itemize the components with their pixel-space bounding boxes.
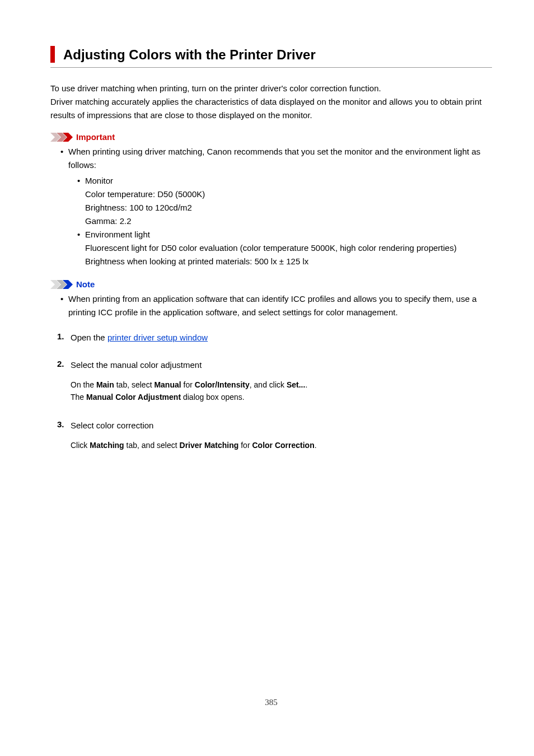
note-label: Note xyxy=(76,279,95,289)
step-2-text: The xyxy=(71,393,86,402)
step-2-bold-manual: Manual xyxy=(154,380,181,389)
bullet-icon: • xyxy=(77,174,80,188)
step-1: 1. Open the printer driver setup window xyxy=(50,332,492,343)
envlight-label: Environment light xyxy=(85,230,150,239)
note-header: Note xyxy=(50,279,492,289)
step-2: 2. Select the manual color adjustment On… xyxy=(50,359,492,404)
title-accent-bar xyxy=(50,46,55,63)
step-3-bold-matching: Matching xyxy=(90,441,124,450)
step-2-text: for xyxy=(181,380,195,389)
step-3-bold-color-correction: Color Correction xyxy=(252,441,314,450)
step-2-title: Select the manual color adjustment xyxy=(71,359,492,371)
monitor-line-3: Gamma: 2.2 xyxy=(85,214,492,228)
page-title-row: Adjusting Colors with the Printer Driver xyxy=(50,46,492,68)
step-2-text: On the xyxy=(71,380,96,389)
step-2-text: . xyxy=(305,380,307,389)
page-number: 385 xyxy=(50,698,492,707)
note-item-1-text: When printing from an application softwa… xyxy=(68,294,477,317)
step-1-title: Open the printer driver setup window xyxy=(71,332,492,343)
step-2-bold-color-intensity: Color/Intensity xyxy=(195,380,250,389)
step-2-body: On the Main tab, select Manual for Color… xyxy=(71,379,492,404)
step-2-text: dialog box opens. xyxy=(181,393,245,402)
monitor-line-2: Brightness: 100 to 120cd/m2 xyxy=(85,201,492,214)
step-1-prefix: Open the xyxy=(71,333,107,342)
important-arrows-icon xyxy=(50,133,73,142)
step-2-bold-set: Set... xyxy=(287,380,305,389)
step-3-title: Select color correction xyxy=(71,419,492,431)
document-page: Adjusting Colors with the Printer Driver… xyxy=(0,0,534,730)
step-2-number: 2. xyxy=(57,359,64,368)
important-label: Important xyxy=(76,132,115,142)
step-3-number: 3. xyxy=(57,419,64,429)
important-item-1-text: When printing using driver matching, Can… xyxy=(68,147,480,170)
step-2-bold-main: Main xyxy=(96,380,114,389)
note-item-1: When printing from an application softwa… xyxy=(50,292,492,319)
important-header: Important xyxy=(50,132,492,142)
step-2-text: tab, select xyxy=(114,380,154,389)
step-2-text: , and click xyxy=(250,380,287,389)
note-arrows-icon xyxy=(50,280,73,289)
monitor-item: • Monitor Color temperature: D50 (5000K)… xyxy=(68,174,492,228)
steps-list: 1. Open the printer driver setup window … xyxy=(50,332,492,451)
step-3-text: Click xyxy=(71,441,90,450)
important-list: When printing using driver matching, Can… xyxy=(50,145,492,268)
important-item-1: When printing using driver matching, Can… xyxy=(50,145,492,268)
step-1-number: 1. xyxy=(57,332,64,341)
note-list: When printing from an application softwa… xyxy=(50,292,492,319)
envlight-line-1: Fluorescent light for D50 color evaluati… xyxy=(85,241,492,255)
step-3-text: . xyxy=(315,441,317,450)
envlight-item: • Environment light Fluorescent light fo… xyxy=(68,228,492,268)
step-3: 3. Select color correction Click Matchin… xyxy=(50,419,492,451)
envlight-line-2: Brightness when looking at printed mater… xyxy=(85,255,492,268)
intro-paragraph-1: To use driver matching when printing, tu… xyxy=(50,82,492,95)
intro-paragraph-2: Driver matching accurately applies the c… xyxy=(50,95,492,122)
step-3-text: tab, and select xyxy=(124,441,180,450)
step-3-bold-driver-matching: Driver Matching xyxy=(180,441,239,450)
page-title: Adjusting Colors with the Printer Driver xyxy=(63,46,316,63)
printer-driver-setup-link[interactable]: printer driver setup window xyxy=(107,333,208,342)
bullet-icon: • xyxy=(77,228,80,241)
step-3-body: Click Matching tab, and select Driver Ma… xyxy=(71,439,492,451)
monitor-line-1: Color temperature: D50 (5000K) xyxy=(85,188,492,201)
monitor-label: Monitor xyxy=(85,176,113,185)
step-2-bold-dialog: Manual Color Adjustment xyxy=(86,393,181,402)
intro-text: To use driver matching when printing, tu… xyxy=(50,82,492,122)
step-3-text: for xyxy=(238,441,252,450)
important-sublist: • Monitor Color temperature: D50 (5000K)… xyxy=(68,174,492,268)
